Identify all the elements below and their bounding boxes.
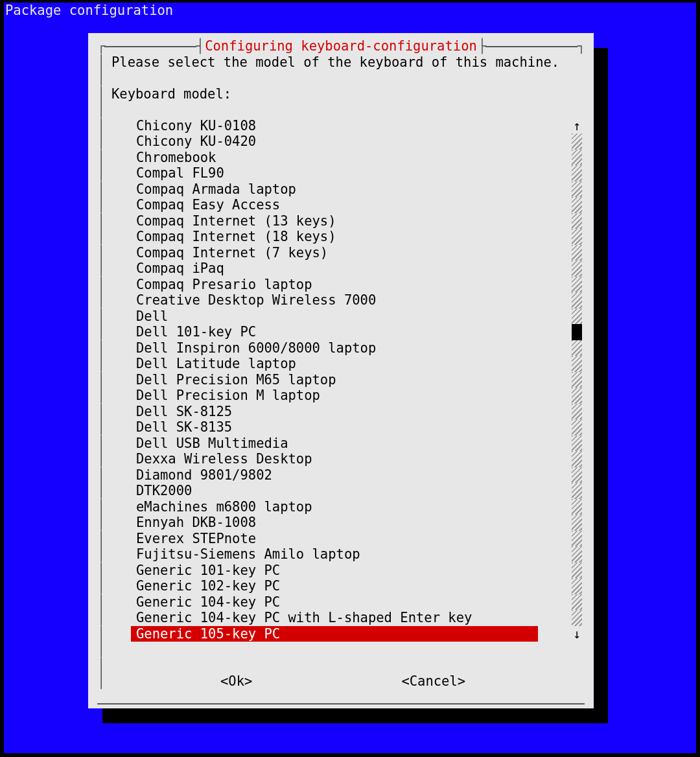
spacer: [111, 642, 585, 658]
scrollbar-track-seg[interactable]: [572, 134, 582, 150]
list-item[interactable]: Compaq Armada laptop: [131, 181, 538, 198]
list-item[interactable]: Chromebook: [131, 150, 538, 166]
scrollbar-track-seg[interactable]: [572, 277, 582, 293]
scrollbar-track-seg[interactable]: [572, 546, 582, 563]
list-item[interactable]: Chicony KU-0420: [131, 134, 538, 150]
list-item[interactable]: Compaq Easy Access: [131, 197, 538, 213]
scrollbar-track-seg[interactable]: [572, 531, 582, 547]
keyboard-model-list[interactable]: Chicony KU-0108Chicony KU-0420Chromebook…: [111, 118, 569, 642]
spacer: [111, 70, 585, 86]
scrollbar-thumb[interactable]: [572, 324, 582, 340]
list-item[interactable]: Diamond 9801/9802: [131, 467, 538, 483]
cancel-button[interactable]: <Cancel>: [401, 673, 465, 690]
dialog: ┌ ┤ Configuring keyboard-configuration ├…: [88, 33, 594, 708]
scroll-up-icon[interactable]: ↑: [573, 118, 581, 134]
list-item[interactable]: Generic 101-key PC: [131, 563, 538, 579]
list-item[interactable]: Compaq Internet (13 keys): [131, 213, 538, 229]
list-item[interactable]: Dell Latitude laptop: [131, 356, 538, 372]
frame-left-border: ││││││││││││││││││││││││││││││││││││││││: [97, 54, 105, 701]
scrollbar-track-seg[interactable]: [572, 213, 582, 229]
list-item[interactable]: Chicony KU-0108: [131, 118, 538, 134]
dialog-title: Configuring keyboard-configuration: [204, 38, 478, 54]
list-item[interactable]: Creative Desktop Wireless 7000: [131, 292, 538, 309]
list-item[interactable]: Dell USB Multimedia: [131, 436, 538, 452]
list-item[interactable]: Dexxa Wireless Desktop: [131, 451, 538, 467]
scrollbar-track-seg[interactable]: [572, 467, 582, 483]
scroll-down-icon[interactable]: ↓: [573, 626, 581, 642]
scrollbar-track-seg[interactable]: [572, 340, 582, 356]
scrollbar-track-seg[interactable]: [572, 610, 582, 626]
scrollbar-track-seg[interactable]: [572, 150, 582, 166]
list-item[interactable]: Ennyah DKB-1008: [131, 515, 538, 531]
dialog-prompt: Please select the model of the keyboard …: [111, 54, 585, 71]
scrollbar-track-seg[interactable]: [572, 197, 582, 213]
scrollbar-track-seg[interactable]: [572, 229, 582, 245]
scrollbar-track-seg[interactable]: [572, 436, 582, 452]
scrollbar-track-seg[interactable]: [572, 594, 582, 611]
list-item[interactable]: Compaq iPaq: [131, 261, 538, 277]
scrollbar-track[interactable]: [572, 134, 582, 626]
scrollbar-track-seg[interactable]: [572, 372, 582, 388]
page-title: Package configuration: [3, 3, 697, 19]
scrollbar-track-seg[interactable]: [572, 451, 582, 467]
list-item[interactable]: Dell: [131, 309, 538, 325]
scrollbar-track-seg[interactable]: [572, 563, 582, 579]
ok-button[interactable]: <Ok>: [220, 673, 252, 690]
spacer: [111, 102, 585, 118]
list-item[interactable]: Compaq Presario laptop: [131, 277, 538, 293]
list-label: Keyboard model:: [111, 86, 585, 102]
list-item[interactable]: Compal FL90: [131, 165, 538, 181]
list-item[interactable]: eMachines m6800 laptop: [131, 499, 538, 515]
scrollbar-track-seg[interactable]: [572, 499, 582, 515]
scrollbar-track-seg[interactable]: [572, 261, 582, 277]
list-item[interactable]: Dell Precision M laptop: [131, 388, 538, 404]
list-item[interactable]: Fujitsu-Siemens Amilo laptop: [131, 546, 538, 563]
list-item[interactable]: Compaq Internet (7 keys): [131, 245, 538, 261]
list-item[interactable]: Compaq Internet (18 keys): [131, 229, 538, 245]
scrollbar-track-seg[interactable]: [572, 483, 582, 499]
dialog-titlebar: ┌ ┤ Configuring keyboard-configuration ├…: [97, 38, 585, 54]
list-item[interactable]: DTK2000: [131, 483, 538, 499]
list-item[interactable]: Generic 105-key PC: [131, 626, 538, 642]
scrollbar-track-seg[interactable]: [572, 356, 582, 372]
scrollbar[interactable]: ↑ ↓: [569, 118, 585, 642]
list-item[interactable]: Dell 101-key PC: [131, 324, 538, 340]
scrollbar-track-seg[interactable]: [572, 388, 582, 404]
list-item[interactable]: Generic 102-key PC: [131, 578, 538, 594]
list-item[interactable]: Dell SK-8135: [131, 419, 538, 436]
list-item[interactable]: Generic 104-key PC with L-shaped Enter k…: [131, 610, 538, 626]
scrollbar-track-seg[interactable]: [572, 292, 582, 309]
scrollbar-track-seg[interactable]: [572, 404, 582, 420]
scrollbar-track-seg[interactable]: [572, 165, 582, 181]
list-item[interactable]: Everex STEPnote: [131, 531, 538, 547]
scrollbar-track-seg[interactable]: [572, 515, 582, 531]
list-item[interactable]: Dell Precision M65 laptop: [131, 372, 538, 388]
scrollbar-track-seg[interactable]: [572, 578, 582, 594]
button-row: <Ok> <Cancel>: [111, 673, 585, 690]
scrollbar-track-seg[interactable]: [572, 245, 582, 261]
frame-bottom-border: [97, 703, 585, 705]
spacer: [111, 658, 585, 674]
list-item[interactable]: Dell SK-8125: [131, 404, 538, 420]
scrollbar-track-seg[interactable]: [572, 309, 582, 325]
scrollbar-track-seg[interactable]: [572, 419, 582, 436]
list-item[interactable]: Generic 104-key PC: [131, 594, 538, 611]
scrollbar-track-seg[interactable]: [572, 181, 582, 198]
list-item[interactable]: Dell Inspiron 6000/8000 laptop: [131, 340, 538, 356]
